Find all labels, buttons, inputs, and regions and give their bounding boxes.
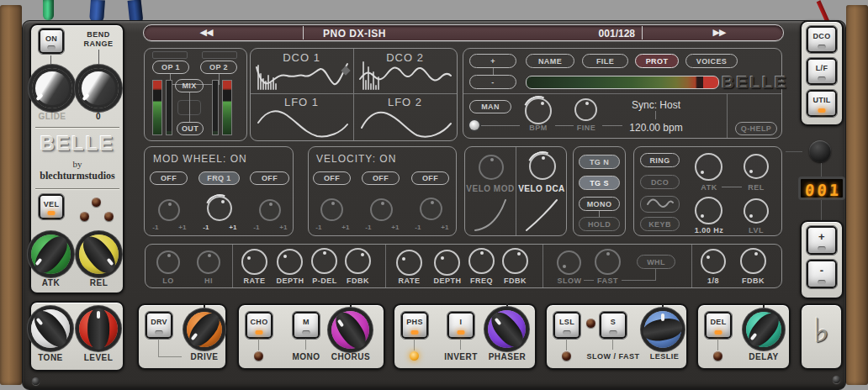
plus-button[interactable]: + bbox=[469, 54, 516, 68]
modwheel-knob-1[interactable] bbox=[158, 199, 180, 221]
prot-button[interactable]: PROT bbox=[635, 54, 679, 68]
program-minus-button[interactable]: - bbox=[807, 260, 837, 288]
tone-knob[interactable] bbox=[31, 309, 70, 348]
velo-mod-knob[interactable] bbox=[479, 155, 504, 180]
dco-page-button[interactable]: DCO bbox=[807, 26, 837, 53]
chorus-knob[interactable] bbox=[331, 311, 369, 349]
leslie-speed-button[interactable]: S bbox=[600, 312, 627, 339]
minus-button[interactable]: - bbox=[469, 75, 516, 89]
drive-knob[interactable] bbox=[187, 312, 222, 347]
phs-button[interactable]: PHS bbox=[401, 312, 428, 339]
velocity-knob-2[interactable] bbox=[370, 198, 393, 221]
phaser-rate-knob[interactable] bbox=[396, 250, 422, 276]
phaser-freq-knob[interactable] bbox=[468, 248, 495, 274]
lf-page-button[interactable]: L/F bbox=[807, 58, 837, 85]
whl-button[interactable]: WHL bbox=[637, 255, 675, 269]
bend-value-label: 0 bbox=[78, 112, 119, 121]
preset-index[interactable]: 001/128 bbox=[538, 28, 635, 40]
program-display: 888 001 bbox=[798, 177, 845, 200]
tgs-button[interactable]: TG S bbox=[579, 176, 620, 190]
bend-range-knob[interactable] bbox=[78, 68, 119, 108]
util-page-button[interactable]: UTIL bbox=[807, 90, 837, 117]
program-plus-button[interactable]: + bbox=[807, 226, 837, 255]
lsl-button[interactable]: LSL bbox=[553, 312, 580, 339]
voices-button[interactable]: VOICES bbox=[685, 54, 738, 68]
chorus-mono-button[interactable]: M bbox=[293, 312, 320, 339]
leslie-knob[interactable] bbox=[644, 311, 681, 348]
velocity-btn-1[interactable]: OFF bbox=[313, 171, 351, 185]
velo-dca-knob[interactable] bbox=[529, 153, 556, 180]
bpm-knob[interactable] bbox=[525, 98, 552, 124]
connector-line bbox=[722, 187, 742, 187]
leslie-fast-knob[interactable] bbox=[595, 249, 621, 275]
lfo-rel-knob[interactable] bbox=[744, 154, 769, 179]
del-button[interactable]: DEL bbox=[705, 312, 732, 339]
on-button[interactable]: ON bbox=[39, 29, 64, 54]
eq-lo-knob[interactable] bbox=[156, 250, 180, 274]
chorus-pdel-knob[interactable] bbox=[311, 248, 337, 274]
fine-knob[interactable] bbox=[574, 98, 597, 121]
connector-line bbox=[821, 200, 822, 220]
sync-radio[interactable] bbox=[469, 120, 479, 130]
modwheel-knob-2[interactable] bbox=[207, 196, 232, 221]
modwheel-btn-2[interactable]: FRQ 1 bbox=[198, 171, 240, 185]
modwheel-btn-3[interactable]: OFF bbox=[250, 171, 289, 185]
ring-button[interactable]: RING bbox=[640, 153, 680, 167]
release-knob[interactable] bbox=[79, 235, 119, 274]
lfo-lvl-knob[interactable] bbox=[744, 198, 769, 224]
modwheel-knob-3[interactable] bbox=[259, 199, 281, 221]
file-button[interactable]: FILE bbox=[582, 54, 628, 68]
glide-knob[interactable] bbox=[32, 68, 72, 108]
velocity-knob-3[interactable] bbox=[420, 198, 442, 220]
connector-line bbox=[460, 339, 461, 350]
delay-time-knob[interactable] bbox=[701, 249, 726, 274]
tgn-button[interactable]: TG N bbox=[579, 155, 620, 169]
out-button[interactable]: OUT bbox=[177, 122, 204, 135]
chorus-fdbk-knob[interactable] bbox=[345, 248, 371, 274]
chorus-rate-knob[interactable] bbox=[241, 249, 267, 275]
cho-button[interactable]: CHO bbox=[246, 312, 273, 339]
preset-next-button[interactable]: ▶▶ bbox=[681, 27, 757, 38]
hold-button[interactable]: HOLD bbox=[579, 217, 620, 231]
leslie-slow-knob[interactable] bbox=[557, 250, 581, 275]
invert-label: INVERT bbox=[441, 352, 481, 361]
name-button[interactable]: NAME bbox=[526, 54, 574, 68]
drv-button[interactable]: DRV bbox=[146, 312, 172, 339]
lfo-atk-knob[interactable] bbox=[695, 153, 722, 181]
delay-knob[interactable] bbox=[746, 312, 781, 347]
vel-button[interactable]: VEL bbox=[39, 194, 64, 219]
dco-mod-button[interactable]: DCO bbox=[640, 175, 680, 189]
delay-fdbk-knob[interactable] bbox=[740, 248, 766, 274]
velocity-btn-2[interactable]: OFF bbox=[362, 171, 400, 185]
chorus-depth-label: DEPTH bbox=[274, 277, 306, 285]
velocity-knob-1[interactable] bbox=[320, 198, 343, 221]
preset-prev-button[interactable]: ◀◀ bbox=[168, 27, 244, 38]
op1-button[interactable]: OP 1 bbox=[152, 61, 189, 74]
dco1-waveform bbox=[251, 55, 351, 92]
op2-button[interactable]: OP 2 bbox=[200, 61, 237, 74]
preset-name[interactable]: PNO DX-ISH bbox=[323, 28, 491, 40]
mono-button[interactable]: MONO bbox=[579, 197, 620, 211]
phaser-fdbk-knob[interactable] bbox=[502, 248, 528, 274]
chorus-depth-knob[interactable] bbox=[277, 249, 303, 275]
master-knob[interactable] bbox=[809, 140, 831, 162]
velocity-btn-3[interactable]: OFF bbox=[411, 171, 449, 185]
level-knob[interactable] bbox=[79, 309, 118, 348]
qhelp-button[interactable]: Q-HELP bbox=[735, 122, 777, 135]
lfo-rate-knob[interactable] bbox=[695, 197, 722, 224]
modwheel-btn-1[interactable]: OFF bbox=[150, 171, 188, 185]
eq-hi-knob[interactable] bbox=[197, 250, 220, 274]
dco2-waveform bbox=[355, 55, 454, 92]
phaser-depth-knob[interactable] bbox=[434, 250, 460, 276]
keyb-button[interactable]: KEYB bbox=[640, 217, 680, 231]
invert-button[interactable]: I bbox=[447, 312, 474, 339]
connector-line bbox=[612, 339, 613, 350]
connector-line bbox=[189, 92, 190, 123]
leslie-fast-label: FAST bbox=[595, 277, 621, 285]
sine-wave-button[interactable] bbox=[640, 196, 680, 213]
mono-label: MONO bbox=[289, 352, 323, 361]
man-button[interactable]: MAN bbox=[469, 100, 511, 113]
phaser-knob[interactable] bbox=[488, 310, 526, 348]
attack-knob[interactable] bbox=[31, 235, 71, 274]
mix-button[interactable]: MIX bbox=[175, 79, 204, 92]
